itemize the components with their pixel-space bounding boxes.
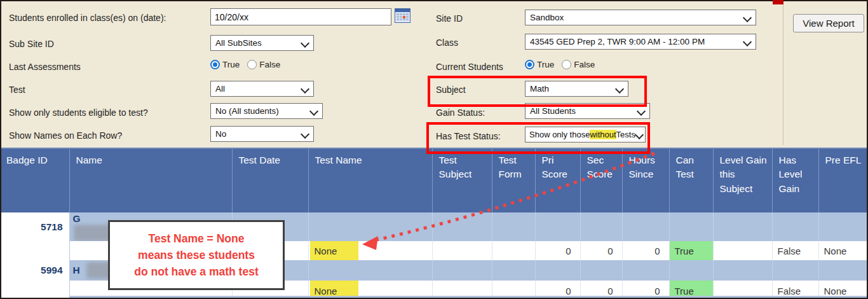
radio-false-label: False [574, 60, 595, 69]
show-names-select[interactable]: No [210, 126, 314, 142]
radio-false-label: False [259, 60, 280, 69]
subsite-select-value: All SubSites [215, 38, 262, 48]
class-select[interactable]: 43545 GED Prep 2, TWR 9:00 AM - 12:00 PM [525, 34, 756, 50]
label-sub-site-id: Sub Site ID [9, 39, 54, 49]
column-header-pri-score: Pri Score [535, 148, 580, 212]
column-header-pre-efl: Pre EFL [818, 148, 868, 212]
radio-true-label: True [537, 60, 554, 69]
table-header-row: Badge ID Name Test Date Test Name Test S… [0, 148, 868, 212]
chevron-down-icon [637, 107, 646, 116]
column-header-test-name: Test Name [308, 148, 432, 212]
has-level-gain-cell: False [772, 241, 818, 260]
yellow-highlight: None [310, 241, 358, 260]
level-gain-cell [713, 241, 772, 260]
date-input[interactable] [210, 8, 391, 25]
label-site-id: Site ID [436, 13, 463, 24]
site-select-value: Sandbox [530, 13, 564, 22]
annotation-line: means these students [138, 247, 255, 263]
report-screen: Students enrolled in class(es) on (date)… [0, 0, 868, 299]
column-header-can-test: Can Test [669, 148, 713, 212]
label-current-students: Current Students [436, 62, 503, 72]
red-box-subject [428, 76, 647, 107]
last-assessments-radio-true[interactable] [210, 60, 220, 69]
badge-id-cell: 5994 [0, 260, 69, 281]
eligible-select[interactable]: No (All students) [210, 103, 323, 119]
chevron-down-icon [743, 13, 752, 22]
chevron-down-icon [743, 38, 752, 46]
pri-score-cell: 0 [535, 241, 580, 260]
class-select-value: 43545 GED Prep 2, TWR 9:00 AM - 12:00 PM [530, 37, 705, 46]
can-test-cell: True [669, 241, 713, 260]
label-gain-status: Gain Status: [436, 108, 485, 118]
site-select[interactable]: Sandbox [525, 10, 756, 25]
label-test: Test [9, 85, 25, 95]
view-report-button[interactable]: View Report [793, 14, 864, 32]
next-row-sliver [69, 296, 868, 298]
annotation-line: Test Name = None [149, 230, 245, 247]
gain-status-select-value: All Students [530, 106, 576, 116]
show-names-select-value: No [215, 129, 226, 139]
test-select-value: All [215, 84, 225, 94]
test-form-cell [492, 241, 535, 260]
label-show-names: Show Names on Each Row? [9, 130, 122, 141]
column-header-has-level-gain: Has Level Gain [772, 148, 818, 212]
label-class: Class [436, 38, 458, 48]
label-eligible: Show only students eligible to test? [9, 108, 148, 118]
column-header-level-gain-this-subject: Level Gain this Subject [713, 148, 772, 212]
test-name-cell: None [308, 241, 432, 260]
chevron-down-icon [301, 39, 309, 48]
name-initial: H [70, 265, 80, 275]
chevron-down-icon [301, 85, 309, 94]
name-initial: G [70, 213, 81, 224]
badge-id-cell: 5718 [0, 212, 69, 241]
last-assessments-radio-group: True False [210, 60, 285, 69]
chevron-down-icon [309, 107, 318, 116]
test-select[interactable]: All [210, 81, 314, 97]
red-box-has-test-status [426, 122, 650, 154]
subsite-select[interactable]: All SubSites [210, 35, 314, 51]
label-last-assessments: Last Assessments [9, 62, 81, 72]
annotation-callout: Test Name = None means these students do… [108, 220, 285, 290]
hours-since-cell: 0 [622, 241, 669, 260]
filters-divider [783, 4, 783, 145]
last-assessments-radio-false[interactable] [247, 60, 257, 69]
chevron-down-icon [301, 130, 309, 139]
column-header-sec-score: Sec Score [580, 148, 622, 212]
column-header-test-form: Test Form [492, 148, 535, 212]
calendar-icon[interactable] [395, 8, 410, 23]
column-header-name: Name [69, 148, 232, 212]
annotation-line: do not have a math test [134, 263, 258, 280]
column-header-test-subject: Test Subject [432, 148, 492, 212]
sec-score-cell: 0 [580, 241, 622, 260]
test-subject-cell [432, 241, 492, 260]
column-header-test-date: Test Date [232, 148, 308, 212]
current-students-radio-true[interactable] [525, 60, 534, 69]
column-header-hours-since: Hours Since [622, 148, 669, 212]
pre-efl-cell: None [818, 241, 868, 260]
cropped-red-mark [773, 0, 783, 4]
eligible-select-value: No (All students) [215, 106, 279, 116]
column-header-badge-id: Badge ID [0, 148, 69, 212]
label-enrolled-date: Students enrolled in class(es) on (date)… [9, 13, 166, 23]
radio-true-label: True [222, 60, 240, 69]
current-students-radio-false[interactable] [562, 60, 571, 69]
current-students-radio-group: True False [525, 60, 600, 69]
